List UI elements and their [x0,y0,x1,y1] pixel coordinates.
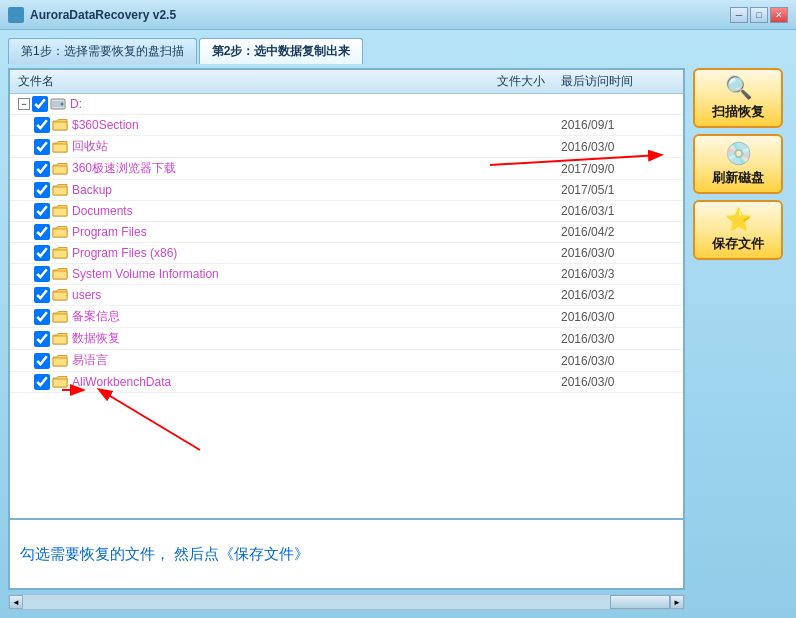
save-label: 保存文件 [712,235,764,253]
file-list: − D: [10,94,683,518]
file-name: D: [70,97,433,111]
tabs: 第1步：选择需要恢复的盘扫描 第2步：选中数据复制出来 [8,38,685,64]
file-name: Program Files [72,225,433,239]
file-checkbox[interactable] [34,182,50,198]
file-date: 2016/03/0 [553,140,683,154]
file-name: AliWorkbenchData [72,375,433,389]
header-name: 文件名 [10,73,433,90]
svg-rect-14 [53,358,67,366]
file-checkbox[interactable] [34,245,50,261]
table-row: $360Section 2016/09/1 [10,115,683,136]
file-date: 2017/05/1 [553,183,683,197]
drive-icon [50,97,66,111]
file-checkbox[interactable] [34,374,50,390]
instruction-text: 勾选需要恢复的文件， 然后点《保存文件》 [20,545,309,564]
scan-label: 扫描恢复 [712,103,764,121]
svg-rect-6 [53,187,67,195]
folder-icon [52,331,68,347]
svg-rect-4 [53,144,67,152]
file-date: 2016/03/1 [553,204,683,218]
header-size: 文件大小 [433,73,553,90]
svg-rect-12 [53,314,67,322]
folder-icon [52,353,68,369]
svg-rect-11 [53,292,67,300]
app-icon [8,7,24,23]
file-date: 2016/03/0 [553,310,683,324]
minimize-button[interactable]: ─ [730,7,748,23]
maximize-button[interactable]: □ [750,7,768,23]
file-date: 2016/03/0 [553,375,683,389]
right-panel: 🔍 扫描恢复 💿 刷新磁盘 ⭐ 保存文件 [693,38,788,610]
folder-icon [52,224,68,240]
file-name: 360极速浏览器下载 [72,160,433,177]
file-checkbox[interactable] [34,353,50,369]
refresh-button[interactable]: 💿 刷新磁盘 [693,134,783,194]
folder-icon [52,245,68,261]
folder-icon [52,266,68,282]
tab-step2[interactable]: 第2步：选中数据复制出来 [199,38,364,64]
file-checkbox[interactable] [34,287,50,303]
table-row: System Volume Information 2016/03/3 [10,264,683,285]
file-checkbox[interactable] [34,309,50,325]
file-name: 回收站 [72,138,433,155]
table-row: Program Files (x86) 2016/03/0 [10,243,683,264]
folder-icon [52,374,68,390]
file-date: 2016/03/0 [553,246,683,260]
table-row: 数据恢复 2016/03/0 [10,328,683,350]
folder-icon [52,203,68,219]
file-checkbox[interactable] [32,96,48,112]
file-date: 2016/03/3 [553,267,683,281]
file-checkbox[interactable] [34,203,50,219]
scan-button[interactable]: 🔍 扫描恢复 [693,68,783,128]
file-checkbox[interactable] [34,331,50,347]
tab-step1[interactable]: 第1步：选择需要恢复的盘扫描 [8,38,197,64]
file-checkbox[interactable] [34,224,50,240]
folder-icon [52,309,68,325]
table-row: 备案信息 2016/03/0 [10,306,683,328]
scroll-left-button[interactable]: ◄ [9,595,23,609]
close-button[interactable]: ✕ [770,7,788,23]
save-button[interactable]: ⭐ 保存文件 [693,200,783,260]
scroll-thumb[interactable] [610,595,670,609]
file-name: users [72,288,433,302]
table-row: 易语言 2016/03/0 [10,350,683,372]
file-table-header: 文件名 文件大小 最后访问时间 [10,70,683,94]
scroll-track[interactable] [23,595,670,609]
save-icon: ⭐ [725,207,752,233]
table-row: Program Files 2016/04/2 [10,222,683,243]
file-name: $360Section [72,118,433,132]
main-container: 第1步：选择需要恢复的盘扫描 第2步：选中数据复制出来 文件名 文件大小 最后访… [0,30,796,618]
file-name: System Volume Information [72,267,433,281]
table-row: users 2016/03/2 [10,285,683,306]
svg-rect-3 [53,122,67,130]
refresh-icon: 💿 [725,141,752,167]
left-panel: 第1步：选择需要恢复的盘扫描 第2步：选中数据复制出来 文件名 文件大小 最后访… [8,38,685,610]
file-checkbox[interactable] [34,266,50,282]
svg-rect-15 [53,379,67,387]
file-date: 2016/03/0 [553,354,683,368]
svg-rect-8 [53,229,67,237]
table-row: 回收站 2016/03/0 [10,136,683,158]
table-row: 360极速浏览器下载 2017/09/0 [10,158,683,180]
svg-rect-13 [53,336,67,344]
scroll-right-button[interactable]: ► [670,595,684,609]
horizontal-scrollbar[interactable]: ◄ ► [8,594,685,610]
file-name: 数据恢复 [72,330,433,347]
file-name: Backup [72,183,433,197]
scan-icon: 🔍 [725,75,752,101]
file-checkbox[interactable] [34,161,50,177]
svg-rect-7 [53,208,67,216]
folder-icon [52,287,68,303]
folder-icon [52,182,68,198]
file-checkbox[interactable] [34,117,50,133]
table-row: Documents 2016/03/1 [10,201,683,222]
window-controls: ─ □ ✕ [730,7,788,23]
file-date: 2016/09/1 [553,118,683,132]
file-date: 2016/03/0 [553,332,683,346]
svg-rect-10 [53,271,67,279]
file-checkbox[interactable] [34,139,50,155]
table-row: − D: [10,94,683,115]
expand-icon[interactable]: − [18,98,30,110]
file-name: 备案信息 [72,308,433,325]
file-area-wrapper: 文件名 文件大小 最后访问时间 − [8,68,685,590]
